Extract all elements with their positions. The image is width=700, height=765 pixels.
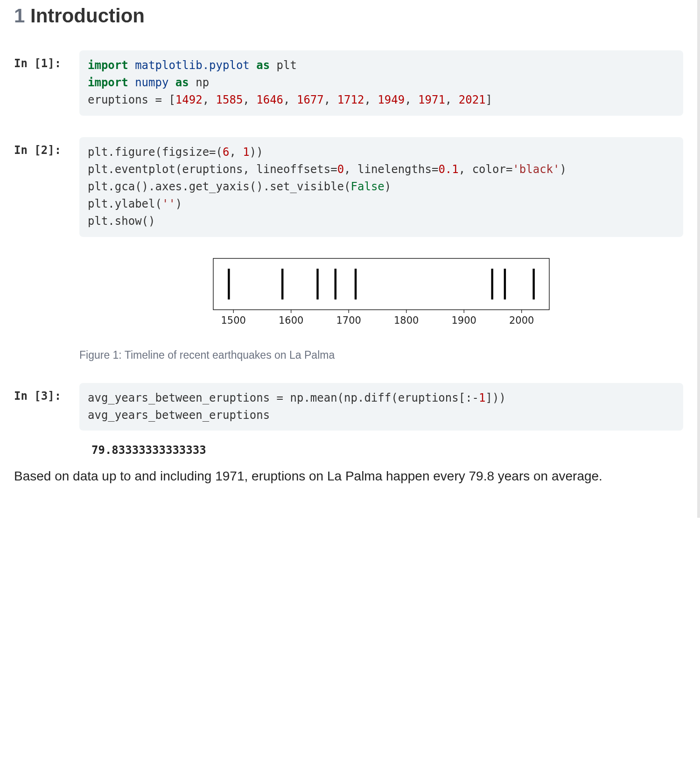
code-input-2[interactable]: plt.figure(figsize=(6, 1)) plt.eventplot… [79,137,683,237]
x-tick-label: 1900 [451,315,476,326]
code-cell-1: In [1]: import matplotlib.pyplot as plt … [14,50,683,116]
code-input-3[interactable]: avg_years_between_eruptions = np.mean(np… [79,383,683,431]
narrative-paragraph: Based on data up to and including 1971, … [14,466,683,486]
input-prompt: In [1]: [14,50,79,70]
x-tick-label: 2000 [509,315,534,326]
figure-caption: Figure 1: Timeline of recent earthquakes… [79,349,683,362]
figure-1: 150016001700180019002000 Figure 1: Timel… [79,256,683,362]
x-tick-label: 1800 [394,315,419,326]
x-tick-label: 1600 [279,315,303,326]
code-cell-3: In [3]: avg_years_between_eruptions = np… [14,383,683,457]
cell-output-text: 79.83333333333333 [79,444,683,457]
x-tick-label: 1500 [221,315,245,326]
input-prompt: In [3]: [14,383,79,403]
eventplot-chart: 150016001700180019002000 [204,256,559,335]
input-prompt: In [2]: [14,137,79,157]
section-heading: 1 Introduction [14,5,683,27]
svg-rect-0 [213,258,549,310]
section-title: Introduction [30,5,145,27]
code-input-1[interactable]: import matplotlib.pyplot as plt import n… [79,50,683,116]
code-cell-2: In [2]: plt.figure(figsize=(6, 1)) plt.e… [14,137,683,362]
x-tick-label: 1700 [336,315,361,326]
section-number: 1 [14,5,25,27]
